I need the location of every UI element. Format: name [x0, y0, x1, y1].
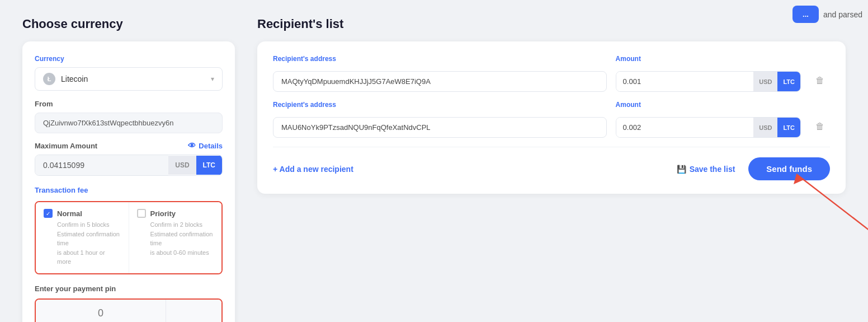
currency-value: Litecoin [61, 74, 205, 83]
recipient-2-address-group [273, 117, 607, 138]
ltc-btn[interactable]: LTC [196, 156, 222, 175]
fee-normal-name: Normal [57, 209, 82, 218]
pin-input-1[interactable] [36, 300, 166, 323]
recipient-1-address-input[interactable] [273, 71, 607, 92]
recipient-1-delete-btn[interactable]: 🗑 [810, 71, 830, 91]
top-button[interactable]: ... [792, 6, 819, 23]
recipient-2-amount-row: USD LTC [616, 117, 801, 138]
details-text: Details [199, 142, 223, 150]
recipient-1-amount-input[interactable] [616, 72, 754, 91]
recipient-2-amount-group: USD LTC [616, 117, 801, 138]
transaction-fee-label: Transaction fee [35, 186, 223, 194]
recipient-1-amount-group: USD LTC [616, 71, 801, 92]
recipient-address-label-1: Recipient's address [273, 55, 607, 63]
fee-option-normal[interactable]: ✓ Normal Confirm in 5 blocks Estimated c… [36, 202, 129, 273]
recipient-1-amount-row: USD LTC [616, 71, 801, 92]
actions-row: + Add a new recipient 💾 Save the list Se… [273, 157, 830, 180]
fee-option-priority[interactable]: Priority Confirm in 2 blocks Estimated c… [129, 202, 222, 273]
save-list-button[interactable]: 💾 Save the list [677, 165, 735, 174]
recipient-2-usd-btn[interactable]: USD [753, 118, 777, 137]
recipient-row-1: USD LTC 🗑 [273, 71, 830, 92]
details-link[interactable]: 👁 Details [188, 141, 223, 150]
chevron-down-icon: ▾ [211, 75, 214, 83]
litecoin-icon: Ł [43, 73, 55, 85]
save-icon: 💾 [677, 165, 686, 174]
recipient-1-toggle: USD LTC [753, 72, 800, 91]
pin-input-2[interactable] [166, 300, 223, 323]
max-amount-row: Maximum Amount 👁 Details [35, 141, 223, 150]
main-layout: Choose currency Currency Ł Litecoin ▾ Fr… [22, 17, 846, 322]
recipient-1-ltc-btn[interactable]: LTC [777, 72, 800, 91]
from-label: From [35, 100, 223, 108]
divider [273, 147, 830, 147]
recipient-2-delete-btn[interactable]: 🗑 [810, 116, 830, 137]
recipient-row-1-labels: Recipient's address Amount [273, 55, 830, 67]
recipient-2-toggle: USD LTC [753, 118, 800, 137]
recipient-row-2: USD LTC 🗑 [273, 116, 830, 138]
fee-normal-header: ✓ Normal [44, 209, 121, 218]
max-amount-input-row: 0.04115099 USD LTC [35, 155, 223, 176]
currency-toggle: USD LTC [168, 156, 222, 175]
actions-container: + Add a new recipient 💾 Save the list Se… [273, 157, 830, 180]
currency-card: Currency Ł Litecoin ▾ From QjZuivnwo7fXk… [22, 41, 235, 322]
add-recipient-button[interactable]: + Add a new recipient [273, 165, 353, 174]
fee-priority-checkbox[interactable] [137, 209, 146, 218]
pin-label: Enter your payment pin [35, 284, 223, 293]
recipient-2-amount-input[interactable] [616, 118, 754, 137]
top-right-area: ... and parsed [792, 6, 862, 23]
recipient-address-label-group: Recipient's address [273, 55, 607, 67]
fee-priority-header: Priority [137, 209, 214, 218]
from-address: QjZuivnwo7fXk613stWqpectbhbuezvy6n [35, 113, 223, 133]
recipient-2-ltc-btn[interactable]: LTC [777, 118, 800, 137]
right-panel: Recipient's list Recipient's address Amo… [257, 17, 846, 194]
amount-label-group-2: Amount [616, 101, 801, 113]
svg-line-0 [796, 174, 868, 230]
top-text: and parsed [823, 10, 862, 19]
recipient-1-address-group [273, 71, 607, 92]
fee-priority-name: Priority [150, 209, 176, 218]
recipient-address-label-group-2: Recipient's address [273, 101, 607, 113]
eye-icon: 👁 [188, 141, 196, 150]
recipient-row-2-labels: Recipient's address Amount [273, 101, 830, 113]
recipient-1-usd-btn[interactable]: USD [753, 72, 777, 91]
left-panel-title: Choose currency [22, 17, 235, 31]
max-amount-label: Maximum Amount [35, 142, 97, 150]
usd-btn[interactable]: USD [168, 156, 196, 175]
recipient-card: Recipient's address Amount USD [257, 41, 846, 194]
fee-normal-desc: Confirm in 5 blocks Estimated confirmati… [44, 220, 121, 267]
recipient-2-address-input[interactable] [273, 117, 607, 138]
fee-box: ✓ Normal Confirm in 5 blocks Estimated c… [35, 201, 223, 274]
pin-box [35, 298, 223, 323]
amount-label-group-1: Amount [616, 55, 801, 67]
currency-select[interactable]: Ł Litecoin ▾ [35, 67, 223, 91]
max-amount-value: 0.04115099 [35, 155, 168, 175]
currency-label: Currency [35, 55, 223, 63]
save-list-label: Save the list [690, 165, 735, 174]
fee-normal-checkbox[interactable]: ✓ [44, 209, 53, 218]
amount-label-2: Amount [616, 101, 801, 109]
fee-priority-desc: Confirm in 2 blocks Estimated confirmati… [137, 220, 214, 257]
left-panel: Choose currency Currency Ł Litecoin ▾ Fr… [22, 17, 235, 322]
send-funds-button[interactable]: Send funds [748, 157, 830, 180]
right-panel-title: Recipient's list [257, 17, 846, 31]
recipient-address-label-2: Recipient's address [273, 101, 607, 109]
amount-label-1: Amount [616, 55, 801, 63]
